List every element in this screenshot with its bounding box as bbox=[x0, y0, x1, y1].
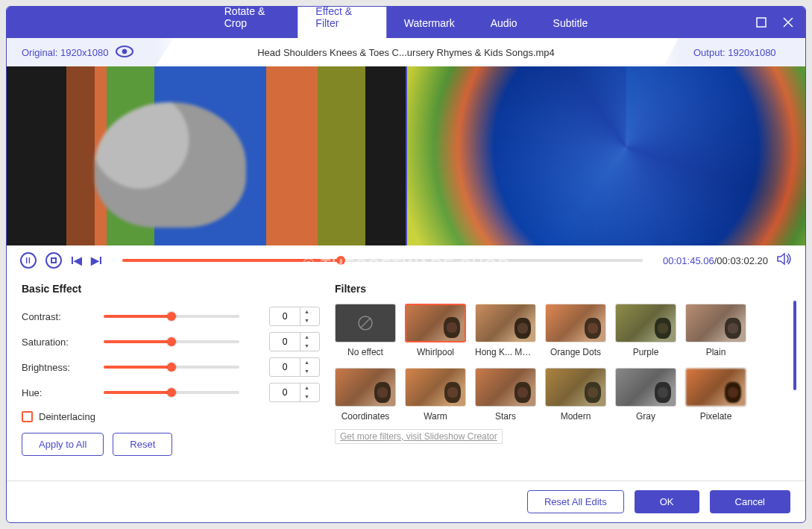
volume-button[interactable] bbox=[777, 252, 792, 269]
filter-label: Coordinates bbox=[342, 411, 390, 422]
basic-effect-title: Basic Effect bbox=[22, 283, 320, 295]
tab-audio[interactable]: Audio bbox=[473, 10, 535, 38]
filter-label: Orange Dots bbox=[550, 347, 601, 357]
saturation-up[interactable]: ▲ bbox=[300, 333, 313, 342]
contrast-up[interactable]: ▲ bbox=[300, 307, 313, 316]
filter-gray[interactable]: Gray bbox=[615, 368, 676, 422]
time-display: 00:01:45.06/00:03:02.20 bbox=[663, 255, 768, 266]
contrast-down[interactable]: ▼ bbox=[300, 316, 313, 325]
contrast-thumb[interactable] bbox=[167, 312, 176, 321]
hue-input[interactable] bbox=[270, 387, 300, 398]
tab-watermark[interactable]: Watermark bbox=[386, 10, 473, 38]
apply-all-button[interactable]: Apply to All bbox=[22, 433, 104, 456]
reset-button[interactable]: Reset bbox=[113, 433, 172, 456]
filter-orange-dots[interactable]: Orange Dots bbox=[545, 304, 606, 357]
timeline-slider[interactable] bbox=[122, 259, 643, 262]
filter-thumb-none bbox=[335, 304, 396, 342]
hue-field[interactable]: ▲▼ bbox=[269, 383, 320, 402]
filter-pixelate[interactable]: Pixelate bbox=[685, 368, 746, 422]
maximize-button[interactable] bbox=[752, 13, 771, 32]
filter-no-effect[interactable]: No effect bbox=[335, 304, 396, 357]
filter-label: Purple bbox=[633, 347, 659, 357]
contrast-row: Contrast: ▲▼ bbox=[22, 304, 320, 329]
brightness-thumb[interactable] bbox=[167, 363, 176, 372]
close-button[interactable] bbox=[778, 13, 798, 32]
brightness-down[interactable]: ▼ bbox=[300, 367, 313, 376]
filters-panel: Filters No effect Whirlpool Hong K... Mo… bbox=[335, 283, 790, 481]
prev-frame-button[interactable]: I◀ bbox=[71, 254, 82, 266]
contrast-field[interactable]: ▲▼ bbox=[269, 307, 320, 326]
editor-window: Rotate & Crop Effect & Filter Watermark … bbox=[6, 6, 806, 523]
contrast-slider[interactable] bbox=[104, 315, 239, 318]
more-filters-link[interactable]: Get more filters, visit Slideshow Creato… bbox=[335, 429, 503, 444]
reset-all-edits-button[interactable]: Reset All Edits bbox=[527, 490, 624, 513]
filters-scrollbar[interactable] bbox=[793, 301, 796, 390]
filter-thumb bbox=[405, 368, 466, 407]
svg-line-7 bbox=[360, 318, 371, 328]
tab-subtitle[interactable]: Subtitle bbox=[535, 10, 606, 38]
filter-thumb bbox=[335, 368, 396, 407]
contrast-input[interactable] bbox=[270, 311, 300, 322]
brightness-slider[interactable] bbox=[104, 366, 239, 369]
stop-button[interactable] bbox=[45, 252, 62, 269]
filter-plain[interactable]: Plain bbox=[685, 304, 746, 357]
timeline-thumb[interactable] bbox=[336, 256, 345, 265]
filters-title: Filters bbox=[335, 283, 790, 295]
cancel-button[interactable]: Cancel bbox=[710, 490, 790, 513]
tabs-row: Rotate & Crop Effect & Filter Watermark … bbox=[207, 6, 606, 38]
filter-label: Stars bbox=[495, 411, 516, 422]
tab-effect-filter[interactable]: Effect & Filter bbox=[298, 6, 385, 38]
filter-warm[interactable]: Warm bbox=[405, 368, 466, 422]
original-frame bbox=[7, 66, 406, 245]
effect-buttons: Apply to All Reset bbox=[22, 433, 320, 456]
filter-thumb bbox=[475, 304, 536, 342]
brightness-input[interactable] bbox=[270, 362, 300, 372]
filter-label: Hong K... Movie bbox=[475, 347, 536, 357]
brightness-up[interactable]: ▲ bbox=[300, 358, 313, 367]
filter-purple[interactable]: Purple bbox=[615, 304, 676, 357]
filter-thumb bbox=[685, 304, 746, 342]
time-current: 00:01:45.06 bbox=[663, 255, 714, 266]
filter-coordinates[interactable]: Coordinates bbox=[335, 368, 396, 422]
maximize-icon bbox=[756, 17, 767, 28]
original-label: Original: 1920x1080 bbox=[22, 47, 108, 58]
output-label: Output: 1920x1080 bbox=[693, 47, 776, 58]
hue-thumb[interactable] bbox=[167, 388, 176, 397]
preview-toggle[interactable] bbox=[116, 46, 133, 60]
filter-label: Gray bbox=[636, 411, 655, 422]
filter-whirlpool[interactable]: Whirlpool bbox=[405, 304, 466, 357]
hue-up[interactable]: ▲ bbox=[300, 384, 313, 392]
filter-stars[interactable]: Stars bbox=[475, 368, 536, 422]
filter-modern[interactable]: Modern bbox=[545, 368, 606, 422]
filter-thumb bbox=[615, 304, 676, 342]
preview-output bbox=[407, 66, 806, 245]
hue-down[interactable]: ▼ bbox=[300, 392, 313, 401]
brightness-field[interactable]: ▲▼ bbox=[269, 357, 320, 377]
brightness-row: Brightness: ▲▼ bbox=[22, 354, 320, 380]
filter-label: Modern bbox=[561, 411, 591, 422]
footer: Reset All Edits OK Cancel bbox=[7, 481, 805, 522]
deinterlacing-checkbox[interactable] bbox=[22, 411, 33, 422]
filter-hongk-movie[interactable]: Hong K... Movie bbox=[475, 304, 536, 357]
titlebar: Rotate & Crop Effect & Filter Watermark … bbox=[7, 7, 805, 38]
saturation-slider[interactable] bbox=[104, 340, 239, 343]
filter-thumb bbox=[685, 368, 746, 407]
svg-point-4 bbox=[122, 49, 127, 54]
ok-button[interactable]: OK bbox=[635, 490, 699, 513]
basic-effect-panel: Basic Effect Contrast: ▲▼ Saturation: ▲▼… bbox=[22, 283, 320, 481]
filter-label: Whirlpool bbox=[417, 347, 454, 357]
hue-slider[interactable] bbox=[104, 391, 239, 394]
close-icon bbox=[783, 17, 793, 28]
svg-rect-0 bbox=[757, 18, 766, 27]
deinterlacing-row[interactable]: Deinterlacing bbox=[22, 411, 320, 422]
original-resolution: Original: 1920x1080 bbox=[7, 38, 182, 66]
output-frame bbox=[407, 66, 806, 245]
saturation-field[interactable]: ▲▼ bbox=[269, 332, 320, 351]
pause-button[interactable]: II bbox=[20, 252, 37, 269]
next-frame-button[interactable]: ▶I bbox=[91, 254, 102, 266]
saturation-input[interactable] bbox=[270, 337, 300, 347]
saturation-down[interactable]: ▼ bbox=[300, 342, 313, 351]
tab-rotate-crop[interactable]: Rotate & Crop bbox=[207, 6, 298, 38]
filter-thumb bbox=[475, 368, 536, 407]
saturation-thumb[interactable] bbox=[167, 337, 176, 346]
